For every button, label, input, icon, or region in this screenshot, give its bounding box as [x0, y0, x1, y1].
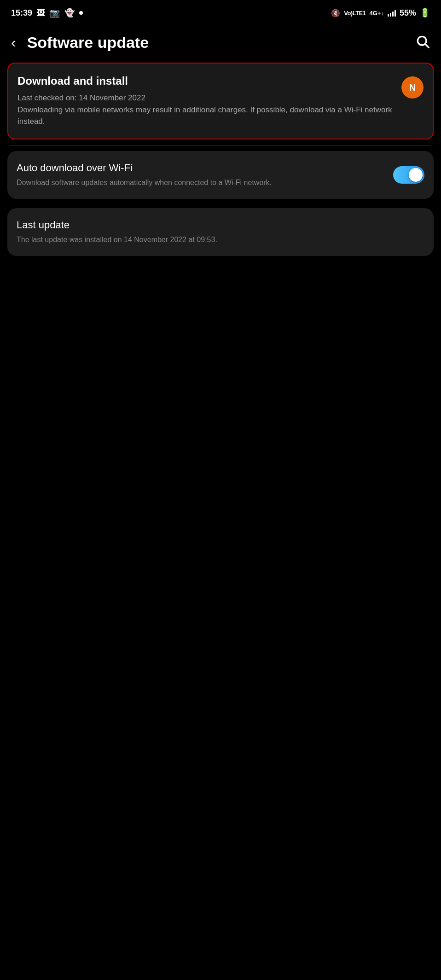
last-update-card[interactable]: Last update The last update was installe…	[7, 208, 434, 256]
battery-display: 55%	[400, 8, 416, 18]
mute-icon: 🔇	[331, 9, 340, 17]
notification-badge: N	[401, 76, 424, 99]
header-left: ‹ Software update	[7, 33, 149, 52]
auto-download-item[interactable]: Auto download over Wi-Fi Download softwa…	[7, 151, 434, 199]
auto-download-toggle[interactable]	[393, 166, 424, 184]
last-update-description: The last update was installed on 14 Nove…	[17, 235, 424, 245]
signal-icon	[388, 9, 396, 17]
auto-download-title: Auto download over Wi-Fi	[17, 162, 386, 174]
back-icon: ‹	[11, 34, 16, 51]
badge-label: N	[409, 82, 416, 93]
battery-icon: 🔋	[420, 8, 430, 18]
header: ‹ Software update ○	[0, 24, 441, 63]
status-left: 15:39 🖼 📷 👻	[11, 8, 83, 18]
back-button[interactable]: ‹	[7, 33, 20, 52]
auto-download-description: Download software updates automatically …	[17, 178, 331, 188]
last-update-title: Last update	[17, 219, 424, 231]
download-warning-text: Downloading via mobile networks may resu…	[17, 105, 392, 126]
toggle-knob	[409, 168, 423, 182]
section-divider	[9, 145, 432, 145]
volte-icon: Vo)LTE1	[344, 10, 366, 17]
status-right: 🔇 Vo)LTE1 4G+↓ 55% 🔋	[331, 8, 430, 18]
search-button[interactable]: ○	[415, 34, 430, 51]
dot-icon	[79, 11, 83, 15]
download-text-area: Download and install Last checked on: 14…	[17, 75, 401, 128]
snapchat-icon: 👻	[64, 8, 75, 18]
page-title: Software update	[27, 34, 149, 52]
auto-download-card: Auto download over Wi-Fi Download softwa…	[7, 151, 434, 199]
auto-download-text: Auto download over Wi-Fi Download softwa…	[17, 162, 386, 188]
time-display: 15:39	[11, 8, 32, 18]
download-install-item[interactable]: Download and install Last checked on: 14…	[7, 63, 434, 139]
svg-line-1	[425, 44, 429, 47]
network-icon: 4G+↓	[370, 10, 384, 17]
status-bar: 15:39 🖼 📷 👻 🔇 Vo)LTE1 4G+↓ 55% 🔋	[0, 0, 441, 24]
toggle-container	[393, 166, 424, 184]
download-title: Download and install	[17, 75, 394, 87]
last-checked-text: Last checked on: 14 November 2022	[17, 93, 145, 102]
main-content: Download and install Last checked on: 14…	[0, 63, 441, 256]
download-description: Last checked on: 14 November 2022 Downlo…	[17, 92, 394, 128]
search-icon-svg	[415, 34, 430, 49]
instagram-icon: 📷	[50, 8, 60, 18]
gallery-icon: 🖼	[37, 8, 45, 18]
